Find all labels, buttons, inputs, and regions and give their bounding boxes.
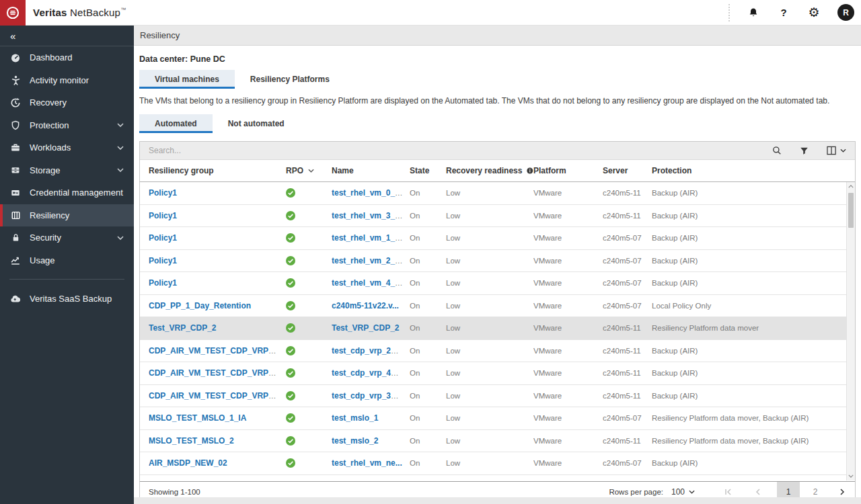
page-2-button[interactable]: 2: [804, 482, 827, 498]
table-row[interactable]: CDP_AIR_VM_TEST_CDP_VRP_3_CD test_cdp_vr…: [140, 385, 855, 408]
server-cell: c240m5-11: [603, 369, 652, 377]
column-header-recovery-readiness[interactable]: Recovery readiness: [446, 166, 533, 175]
recovery-readiness-cell: Low: [446, 324, 533, 332]
vm-name-link[interactable]: test_cdp_vrp_3_cd: [332, 391, 405, 401]
table-row[interactable]: CDP_AIR_VM_TEST_CDP_VRP_4_CD test_cdp_vr…: [140, 362, 855, 385]
vm-name-link[interactable]: test_rhel_vm_1_cd: [332, 233, 404, 243]
usage-chart-icon: [10, 255, 21, 265]
table-row[interactable]: Policy1 test_rhel_vm_2_cd On Low VMware …: [140, 250, 855, 273]
column-header-rpo[interactable]: RPO: [286, 166, 332, 175]
previous-page-button[interactable]: [747, 482, 768, 498]
rpo-success-check-icon: [286, 188, 295, 198]
vm-name-link[interactable]: test_cdp_vrp_4_cd: [332, 368, 405, 378]
column-header-resiliency-group[interactable]: Resiliency group: [149, 166, 286, 175]
sidebar-item-security[interactable]: Security: [0, 226, 134, 249]
vm-name-link[interactable]: test_rhel_vm_2_cd: [332, 256, 404, 265]
resiliency-group-link[interactable]: AIR_MSDP_NEW_02: [149, 458, 227, 468]
tab-automated[interactable]: Automated: [139, 114, 213, 133]
help-question-icon[interactable]: ?: [777, 6, 790, 19]
sidebar-item-storage[interactable]: Storage: [0, 159, 134, 182]
rows-per-page-select[interactable]: 100: [671, 487, 695, 497]
resiliency-group-link[interactable]: Policy1: [149, 233, 177, 243]
table-row[interactable]: AIR_MSDP_NEW_02 test_rhel_vm_ne... On Lo…: [140, 452, 855, 475]
sidebar-item-credential-management[interactable]: Credential management: [0, 181, 134, 204]
sidebar-item-label: Recovery: [30, 97, 67, 108]
rpo-cell: [286, 323, 332, 333]
vm-name-link[interactable]: test_rhel_vm_ne...: [332, 458, 402, 468]
resiliency-group-link[interactable]: Policy1: [149, 211, 177, 220]
column-header-server[interactable]: Server: [603, 166, 652, 175]
sidebar-item-protection[interactable]: Protection: [0, 114, 134, 137]
scrollbar-thumb[interactable]: [848, 193, 854, 228]
resiliency-group-link[interactable]: Policy1: [149, 278, 177, 288]
recovery-readiness-cell: Low: [446, 414, 533, 422]
rpo-success-check-icon: [286, 458, 295, 468]
table-body: Policy1 test_rhel_vm_0_cd On Low VMware …: [140, 182, 855, 475]
search-icon[interactable]: [772, 146, 782, 155]
resiliency-group-link[interactable]: MSLO_TEST_MSLO_1_IA: [149, 413, 246, 423]
sidebar-item-dashboard[interactable]: Dashboard: [0, 46, 134, 69]
tab-virtual-machines[interactable]: Virtual machines: [139, 70, 235, 89]
resiliency-group-link[interactable]: CDP_AIR_VM_TEST_CDP_VRP_4_CD: [149, 368, 286, 378]
resiliency-group-link[interactable]: CDP_AIR_VM_TEST_CDP_VRP_3_CD: [149, 391, 286, 401]
server-cell: c240m5-07: [603, 279, 652, 287]
resiliency-group-link[interactable]: CDP_PP_1_Day_Retention: [149, 301, 251, 310]
vm-name-link[interactable]: c240m5-11v22.v...: [332, 301, 399, 310]
sidebar-item-recovery[interactable]: Recovery: [0, 91, 134, 114]
column-header-protection[interactable]: Protection: [652, 166, 855, 175]
table-vertical-scrollbar[interactable]: [846, 182, 855, 480]
resiliency-group-link[interactable]: Policy1: [149, 188, 177, 198]
column-header-platform[interactable]: Platform: [533, 166, 603, 175]
vm-name-link[interactable]: test_mslo_2: [332, 436, 378, 446]
sidebar-item-resiliency[interactable]: Resiliency: [0, 204, 134, 227]
rpo-cell: [286, 413, 332, 423]
table-row[interactable]: MSLO_TEST_MSLO_2 test_mslo_2 On Low VMwa…: [140, 430, 855, 453]
filter-funnel-icon[interactable]: [800, 146, 809, 155]
table-search-bar: [140, 142, 855, 160]
notifications-bell-icon[interactable]: [747, 6, 760, 19]
table-row[interactable]: Policy1 test_rhel_vm_1_cd On Low VMware …: [140, 227, 855, 250]
table-row[interactable]: Policy1 test_rhel_vm_4_cd On Low VMware …: [140, 272, 855, 295]
vm-name-link[interactable]: test_rhel_vm_3_cd: [332, 211, 404, 220]
column-settings-icon[interactable]: [827, 146, 846, 155]
user-avatar[interactable]: R: [837, 4, 854, 21]
next-page-button[interactable]: [832, 482, 852, 498]
platform-cell: VMware: [533, 392, 603, 400]
tab-not-automated[interactable]: Not automated: [213, 114, 300, 133]
resiliency-group-link[interactable]: Test_VRP_CDP_2: [149, 323, 217, 333]
vm-name-link[interactable]: test_rhel_vm_0_cd: [332, 188, 404, 198]
table-footer: Showing 1-100 Rows per page: 100 1: [140, 481, 855, 497]
sidebar-item-activity-monitor[interactable]: Activity monitor: [0, 69, 134, 92]
sidebar-item-label: Resiliency: [30, 210, 69, 220]
resiliency-group-link[interactable]: CDP_AIR_VM_TEST_CDP_VRP_2_CD: [149, 346, 286, 355]
table-row[interactable]: CDP_AIR_VM_TEST_CDP_VRP_2_CD test_cdp_vr…: [140, 340, 855, 363]
first-page-button[interactable]: [718, 482, 738, 498]
vm-name-link[interactable]: Test_VRP_CDP_2: [332, 323, 400, 333]
vm-name-link[interactable]: test_mslo_1: [332, 413, 378, 423]
table-row[interactable]: Policy1 test_rhel_vm_3_cd On Low VMware …: [140, 205, 855, 228]
sidebar-item-usage[interactable]: Usage: [0, 249, 134, 272]
sidebar-item-workloads[interactable]: Workloads: [0, 136, 134, 159]
sidebar-collapse-button[interactable]: «: [0, 26, 134, 46]
resiliency-group-link[interactable]: MSLO_TEST_MSLO_2: [149, 436, 234, 446]
sidebar-item-veritas-saas-backup[interactable]: Veritas SaaS Backup: [0, 288, 134, 310]
column-header-name[interactable]: Name: [332, 166, 410, 175]
scroll-down-arrow-icon[interactable]: [847, 472, 855, 480]
search-input[interactable]: [149, 146, 754, 155]
table-row[interactable]: Policy1 test_rhel_vm_0_cd On Low VMware …: [140, 182, 855, 205]
table-row[interactable]: Test_VRP_CDP_2 Test_VRP_CDP_2 On Low VMw…: [140, 317, 855, 340]
table-row[interactable]: MSLO_TEST_MSLO_1_IA test_mslo_1 On Low V…: [140, 407, 855, 430]
platform-cell: VMware: [533, 257, 603, 265]
vm-name-link[interactable]: test_rhel_vm_4_cd: [332, 278, 404, 288]
scroll-up-arrow-icon[interactable]: [847, 182, 855, 191]
table-row[interactable]: CDP_PP_1_Day_Retention c240m5-11v22.v...…: [140, 295, 855, 318]
recovery-readiness-cell: Low: [446, 212, 533, 220]
resiliency-group-link[interactable]: Policy1: [149, 256, 177, 265]
sidebar-item-label: Usage: [30, 255, 55, 265]
page-1-button[interactable]: 1: [777, 482, 800, 498]
tab-resiliency-platforms[interactable]: Resiliency Platforms: [235, 70, 345, 89]
column-header-state[interactable]: State: [410, 166, 446, 175]
rpo-cell: [286, 436, 332, 446]
settings-gear-icon[interactable]: ⚙: [807, 6, 821, 19]
vm-name-link[interactable]: test_cdp_vrp_2_cd: [332, 346, 405, 355]
